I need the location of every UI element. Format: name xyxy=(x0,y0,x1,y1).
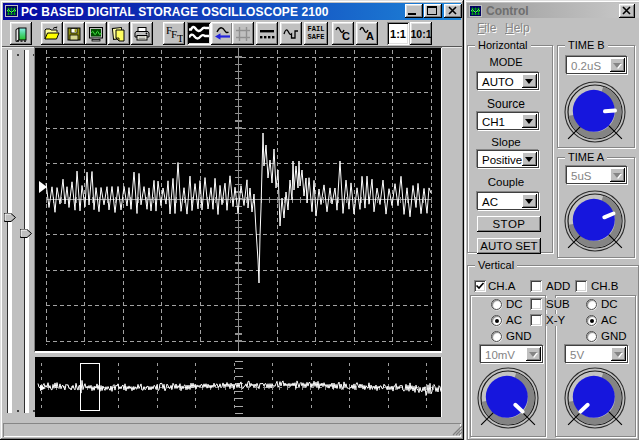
svg-text:T: T xyxy=(177,32,183,42)
svg-text:A: A xyxy=(366,30,374,42)
svg-text:C: C xyxy=(342,30,350,42)
